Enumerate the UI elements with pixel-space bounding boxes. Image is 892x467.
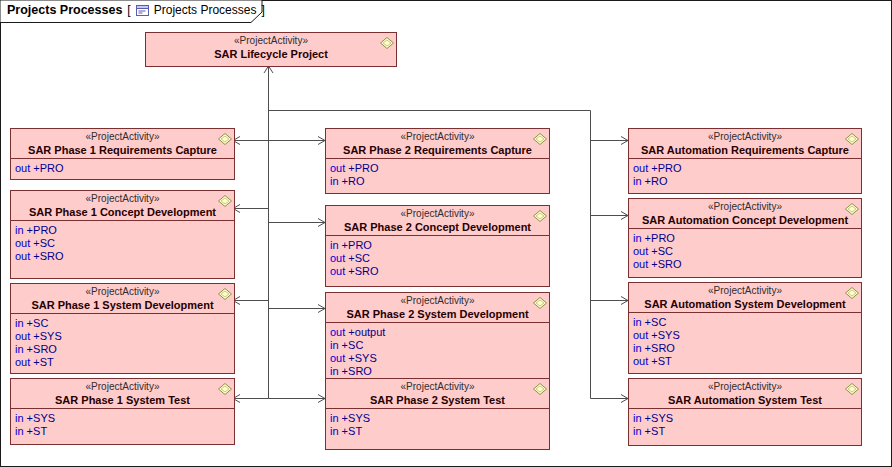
parameter-line: in +ST [633,425,857,438]
activity-title: SAR Phase 1 Requirements Capture [15,143,230,157]
project-activity-icon [218,131,232,143]
activity-box-header: «ProjectActivity» SAR Phase 2 Requiremen… [326,129,549,159]
parameter-line: in +SC [15,317,230,330]
project-activity-icon [533,131,547,143]
parameter-line: in +PRO [15,224,230,237]
activity-box-sar-phase-2-system-development[interactable]: «ProjectActivity» SAR Phase 2 System Dev… [325,292,550,379]
parameter-line: in +SRO [15,343,230,356]
frame-bracket-close: ] [261,3,264,17]
parameter-line: out +SC [15,237,230,250]
activity-box-sar-phase-2-concept-development[interactable]: «ProjectActivity» SAR Phase 2 Concept De… [325,205,550,287]
project-activity-icon [845,201,859,213]
project-activity-icon [533,208,547,220]
stereotype-label: «ProjectActivity» [330,381,545,393]
parameter-line: out +PRO [15,162,230,175]
stereotype-label: «ProjectActivity» [633,381,857,393]
project-activity-icon [380,35,394,47]
activity-parameters: in +SCout +SYSin +SROout +ST [11,314,234,371]
activity-title: SAR Automation Requirements Capture [633,143,857,157]
activity-box-sar-phase-1-requirements-capture[interactable]: «ProjectActivity» SAR Phase 1 Requiremen… [10,128,235,180]
activity-box-header: «ProjectActivity» SAR Phase 1 System Dev… [11,284,234,314]
activity-parameters: in +PROout +SCout +SRO [629,229,861,273]
activity-box-header: «ProjectActivity» SAR Phase 1 System Tes… [11,379,234,409]
parameter-line: out +SC [330,252,545,265]
activity-box-header: «ProjectActivity» SAR Phase 2 System Tes… [326,379,549,409]
project-activity-icon [218,193,232,205]
activity-title: SAR Phase 2 Requirements Capture [330,143,545,157]
activity-title: SAR Automation System Development [633,297,857,311]
activity-box-sar-phase-2-requirements-capture[interactable]: «ProjectActivity» SAR Phase 2 Requiremen… [325,128,550,194]
parameter-line: in +SRO [633,342,857,355]
activity-box-header: «ProjectActivity» SAR Phase 2 System Dev… [326,293,549,323]
project-activity-icon [218,286,232,298]
activity-parameters: in +PROout +SCout +SRO [11,221,234,265]
activity-box-sar-lifecycle-project[interactable]: «ProjectActivity» SAR Lifecycle Project [145,32,397,67]
activity-box-sar-automation-requirements-capture[interactable]: «ProjectActivity» SAR Automation Require… [628,128,862,194]
parameter-line: out +SRO [15,250,230,263]
project-activity-icon [533,295,547,307]
frame-diagram-name[interactable]: Projects Processes [154,3,257,17]
activity-parameters: in +SCout +SYSin +SROout +ST [629,313,861,370]
stereotype-label: «ProjectActivity» [633,131,857,143]
parameter-line: out +SYS [633,329,857,342]
parameter-line: out +ST [633,355,857,368]
parameter-line: out +SRO [330,265,545,278]
project-activity-icon [845,381,859,393]
project-activity-icon [845,131,859,143]
frame-bracket-open: [ [127,3,130,17]
activity-box-header: «ProjectActivity» SAR Automation Require… [629,129,861,159]
parameter-line: out +SRO [633,258,857,271]
parameter-line: in +SYS [633,412,857,425]
parameter-line: in +ST [330,425,545,438]
stereotype-label: «ProjectActivity» [150,35,392,47]
activity-box-header: «ProjectActivity» SAR Automation System … [629,283,861,313]
project-activity-icon [218,381,232,393]
activity-box-header: «ProjectActivity» SAR Lifecycle Project [146,33,396,62]
project-activity-icon [845,285,859,297]
diagram-icon [136,5,149,16]
activity-box-sar-phase-2-system-test[interactable]: «ProjectActivity» SAR Phase 2 System Tes… [325,378,550,450]
parameter-line: out +PRO [330,162,545,175]
activity-parameters: in +SYSin +ST [11,409,234,440]
activity-box-sar-automation-system-development[interactable]: «ProjectActivity» SAR Automation System … [628,282,862,374]
activity-box-sar-automation-system-test[interactable]: «ProjectActivity» SAR Automation System … [628,378,862,446]
activity-parameters: out +outputin +SCout +SYSin +SRO [326,323,549,379]
parameter-line: out +PRO [633,162,857,175]
parameter-line: in +PRO [633,232,857,245]
parameter-line: in +SYS [15,412,230,425]
parameter-line: in +SC [330,339,545,352]
activity-box-sar-automation-concept-development[interactable]: «ProjectActivity» SAR Automation Concept… [628,198,862,278]
parameter-line: in +RO [330,175,545,188]
activity-box-header: «ProjectActivity» SAR Phase 2 Concept De… [326,206,549,236]
activity-title: SAR Phase 1 Concept Development [15,205,230,219]
activity-title: SAR Phase 2 System Test [330,393,545,407]
stereotype-label: «ProjectActivity» [15,381,230,393]
activity-parameters: out +PROin +RO [326,159,549,190]
activity-title: SAR Lifecycle Project [150,47,392,61]
activity-title: SAR Automation Concept Development [633,213,857,227]
frame-title: Projects Processes [7,3,122,17]
parameter-line: in +SRO [330,365,545,378]
parameter-line: out +SC [633,245,857,258]
stereotype-label: «ProjectActivity» [15,286,230,298]
activity-parameters: out +PRO [11,159,234,177]
activity-title: SAR Phase 2 System Development [330,307,545,321]
stereotype-label: «ProjectActivity» [15,131,230,143]
stereotype-label: «ProjectActivity» [330,295,545,307]
project-activity-icon [533,381,547,393]
diagram-frame-heading: Projects Processes [ Projects Processes … [0,0,264,24]
stereotype-label: «ProjectActivity» [330,208,545,220]
activity-box-sar-phase-1-system-test[interactable]: «ProjectActivity» SAR Phase 1 System Tes… [10,378,235,445]
stereotype-label: «ProjectActivity» [633,285,857,297]
activity-box-header: «ProjectActivity» SAR Automation System … [629,379,861,409]
activity-box-sar-phase-1-concept-development[interactable]: «ProjectActivity» SAR Phase 1 Concept De… [10,190,235,279]
parameter-line: in +PRO [330,239,545,252]
activity-title: SAR Automation System Test [633,393,857,407]
activity-box-header: «ProjectActivity» SAR Automation Concept… [629,199,861,229]
stereotype-label: «ProjectActivity» [15,193,230,205]
parameter-line: out +ST [15,356,230,369]
activity-box-sar-phase-1-system-development[interactable]: «ProjectActivity» SAR Phase 1 System Dev… [10,283,235,374]
activity-box-header: «ProjectActivity» SAR Phase 1 Concept De… [11,191,234,221]
activity-title: SAR Phase 1 System Development [15,298,230,312]
parameter-line: in +RO [633,175,857,188]
